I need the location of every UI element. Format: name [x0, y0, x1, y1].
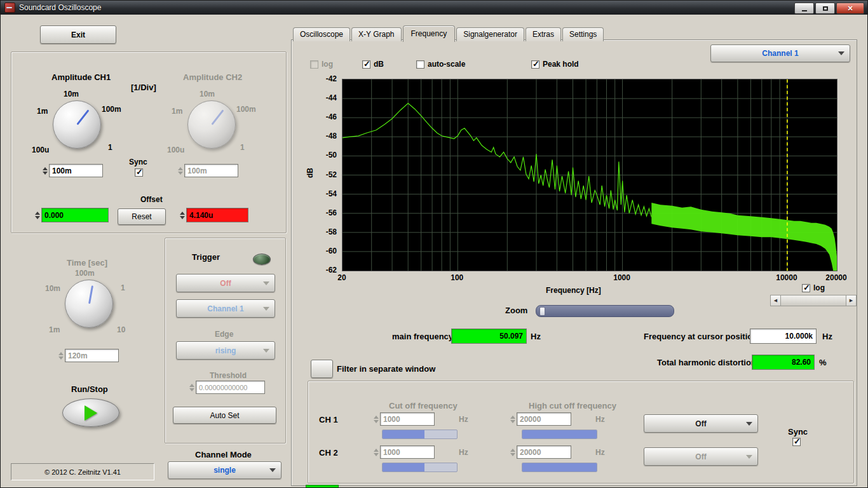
offset-ch2-control[interactable]: 4.140u — [179, 208, 248, 222]
trigger-led — [253, 254, 271, 265]
filter-ch1-cutoff-slider — [382, 430, 458, 439]
channel-mode-dropdown[interactable]: single — [168, 461, 281, 479]
amplitude-ch2-value-control: 100m — [177, 164, 238, 177]
ch1-knob-tick-1: 1 — [108, 143, 112, 152]
amplitude-ch1-value-control: 100m — [41, 164, 103, 177]
channel-selector-dropdown[interactable]: Channel 1 — [710, 44, 850, 62]
zoom-slider[interactable] — [536, 305, 674, 317]
filter-ch2-mode-dropdown: Off — [644, 447, 758, 466]
cursor-frequency-field: 10.000k — [750, 329, 817, 344]
offset-label: Offset — [140, 195, 163, 204]
ch2-knob-tick-100u: 100u — [167, 146, 184, 154]
scrollbar-thumb[interactable] — [781, 295, 846, 306]
filter-sync-checkbox[interactable] — [792, 438, 801, 446]
thd-unit: % — [819, 358, 827, 367]
offset-reset-button[interactable]: Reset — [118, 208, 166, 225]
close-icon: ✕ — [847, 5, 853, 12]
amplitude-ch1-knob[interactable] — [53, 100, 101, 149]
slider-fill — [522, 430, 597, 438]
spinner-arrows — [509, 445, 517, 459]
run-stop-button[interactable] — [62, 398, 119, 427]
minimize-icon — [802, 10, 807, 11]
thd-label: Total harmonic distortion — [657, 358, 756, 367]
window-titlebar[interactable]: Soundcard Oszilloscope ✕ — [1, 1, 867, 15]
x-tick-label: 100 — [438, 273, 476, 282]
hz-unit: Hz — [595, 448, 605, 457]
zoom-label: Zoom — [505, 306, 527, 315]
auto-set-button[interactable]: Auto Set — [173, 407, 276, 424]
filter-ch1-mode-dropdown[interactable]: Off — [644, 414, 758, 433]
hz-unit: Hz — [459, 415, 468, 424]
spinner-down-icon — [510, 420, 515, 423]
y-tick-label: -44 — [326, 93, 337, 102]
tab-frequency[interactable]: Frequency — [403, 25, 456, 42]
spinner-arrows[interactable] — [34, 208, 41, 222]
spinner-up-icon — [189, 384, 194, 387]
offset-ch2-field[interactable]: 4.140u — [186, 208, 248, 222]
amplitude-ch1-value-field[interactable]: 100m — [49, 164, 103, 177]
spinner-down-icon — [58, 356, 64, 360]
chevron-down-icon — [263, 281, 269, 285]
chevron-down-icon — [838, 51, 844, 55]
main-frequency-field: 50.097 — [451, 329, 527, 344]
amplitude-sync-checkbox[interactable] — [135, 168, 143, 177]
spinner-arrows — [57, 349, 65, 362]
knob-needle — [211, 109, 224, 125]
time-knob — [65, 280, 113, 328]
spinner-up-icon — [374, 449, 379, 452]
offset-ch1-control[interactable]: 0.000 — [34, 208, 109, 222]
time-knob-tick-1m: 1m — [49, 325, 60, 334]
knob-needle — [76, 109, 89, 125]
filter-ch2-cutoff-field: 1000 — [380, 445, 435, 459]
spinner-down-icon — [189, 388, 194, 391]
spinner-down-icon — [374, 420, 379, 423]
axis-log-checkbox[interactable]: log — [802, 283, 825, 292]
spinner-up-icon — [180, 212, 185, 215]
ch1-knob-tick-10m: 10m — [64, 90, 79, 98]
status-strip — [306, 485, 339, 488]
ch2-knob-tick-1: 1 — [240, 143, 245, 152]
maximize-icon — [823, 6, 828, 11]
tab-extras[interactable]: Extras — [526, 27, 561, 41]
auto-scale-checkbox[interactable]: auto-scale — [416, 60, 465, 69]
knob-needle — [88, 285, 93, 304]
zoom-slider-thumb[interactable] — [539, 307, 545, 316]
tab-signalgenerator[interactable]: Signalgenerator — [456, 27, 524, 41]
db-checkbox[interactable]: dB — [362, 60, 384, 69]
amplitude-ch2-value-field: 100m — [184, 164, 238, 177]
close-button[interactable]: ✕ — [836, 3, 864, 14]
checkbox-box — [531, 60, 539, 69]
peak-hold-checkbox[interactable]: Peak hold — [531, 60, 579, 69]
tab-oscilloscope[interactable]: Oscilloscope — [293, 27, 350, 41]
spectrum-plot[interactable] — [342, 79, 837, 271]
trigger-title: Trigger — [192, 252, 220, 262]
channel-mode-label: Channel Mode — [195, 450, 252, 459]
spinner-down-icon — [510, 453, 515, 456]
slider-fill — [383, 463, 424, 471]
trigger-edge-dropdown: rising — [176, 341, 275, 360]
thd-field: 82.60 — [752, 355, 815, 370]
filter-ch2-highcut-slider — [522, 463, 597, 472]
scroll-right-icon[interactable]: ▶ — [846, 295, 856, 306]
spinner-down-icon — [35, 216, 40, 219]
scroll-left-icon[interactable]: ◀ — [771, 295, 781, 306]
spinner-arrows[interactable] — [179, 208, 186, 222]
trigger-source-dropdown: Channel 1 — [176, 299, 275, 318]
tab-xy-graph[interactable]: X-Y Graph — [351, 27, 401, 41]
minimize-button[interactable] — [794, 3, 814, 14]
exit-button[interactable]: Exit — [40, 25, 116, 44]
chevron-down-icon — [263, 307, 269, 311]
filter-separate-window-button[interactable] — [311, 360, 333, 378]
spinner-down-icon — [180, 216, 185, 219]
spinner-arrows — [509, 412, 517, 426]
main-frequency-unit: Hz — [531, 332, 541, 341]
spinner-arrows[interactable] — [41, 164, 49, 177]
app-icon — [4, 3, 15, 13]
tab-settings[interactable]: Settings — [562, 27, 604, 41]
x-tick-label: 10000 — [768, 273, 806, 282]
maximize-button[interactable] — [815, 3, 835, 14]
chart-scrollbar[interactable]: ◀ ▶ — [770, 295, 857, 306]
offset-ch1-field[interactable]: 0.000 — [41, 208, 109, 222]
x-axis-label: Frequency [Hz] — [546, 286, 601, 295]
spinner-down-icon — [43, 172, 48, 175]
